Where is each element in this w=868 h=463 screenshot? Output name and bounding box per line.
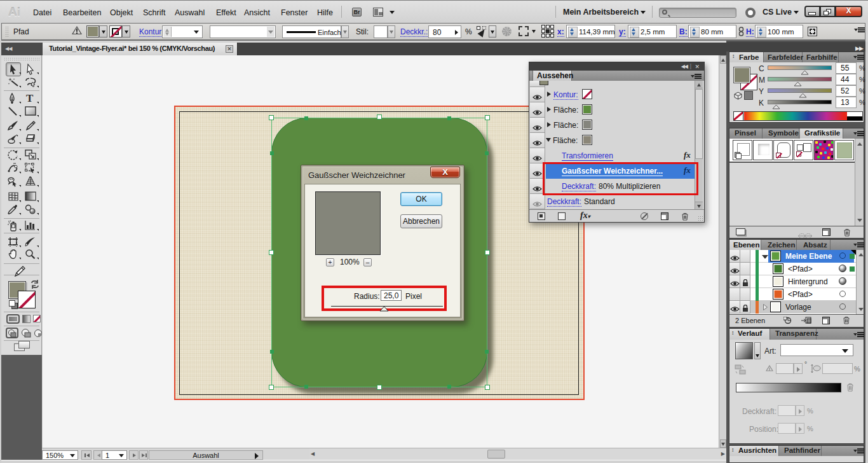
svg-text:T: T xyxy=(26,93,34,104)
